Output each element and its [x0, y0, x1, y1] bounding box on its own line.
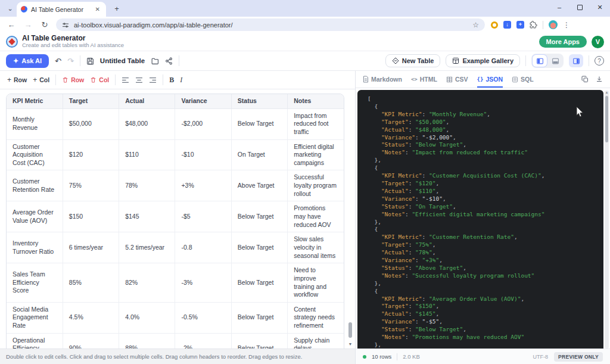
code-scrollbar[interactable]: ▲ — [605, 91, 609, 349]
table-cell[interactable]: Sales Team Efficiency Score — [7, 263, 63, 303]
column-header[interactable]: Variance — [175, 94, 231, 108]
scrollbar-up-arrow[interactable]: ▲ — [605, 91, 609, 94]
table-cell[interactable]: $48,000 — [119, 108, 175, 139]
toggle-side-panel-button[interactable] — [569, 54, 583, 67]
table-cell[interactable]: 4.5% — [63, 302, 119, 333]
help-button[interactable]: ? — [595, 56, 604, 66]
browser-menu-icon[interactable]: ⋮ — [563, 21, 570, 29]
window-minimize-button[interactable]: – — [549, 0, 569, 14]
table-cell[interactable]: Efficient digital marketing campaigns — [288, 139, 344, 170]
align-right-button[interactable] — [149, 77, 157, 83]
document-title[interactable]: Untitled Table — [100, 57, 145, 64]
tab-markdown[interactable]: Markdown — [363, 71, 402, 88]
table-scrollbar[interactable]: ▼ — [348, 94, 353, 346]
column-header[interactable]: Notes — [288, 94, 344, 108]
table-cell[interactable]: Monthly Revenue — [7, 108, 63, 139]
align-left-button[interactable] — [122, 77, 129, 83]
window-maximize-button[interactable] — [569, 0, 590, 14]
table-cell[interactable]: $145 — [119, 201, 175, 232]
table-cell[interactable]: Successful loyalty program rollout — [288, 170, 344, 201]
table-cell[interactable]: Below Target — [231, 302, 287, 333]
scrollbar-thumb[interactable] — [348, 322, 352, 338]
table-cell[interactable]: $50,000 — [63, 108, 119, 139]
json-code-view[interactable]: [ { "KPI Metric": "Monthly Revenue", "Ta… — [357, 90, 603, 349]
table-cell[interactable]: Below Target — [231, 232, 287, 263]
table-cell[interactable]: -3% — [175, 263, 231, 303]
download-icon[interactable] — [596, 76, 603, 83]
table-cell[interactable]: Need to improve training and workflow — [288, 263, 344, 303]
back-button[interactable]: ← — [6, 20, 17, 29]
table-cell[interactable]: Below Target — [231, 201, 287, 232]
extension-download-icon[interactable]: ↓ — [503, 21, 511, 29]
table-cell[interactable]: Inventory Turnover Ratio — [7, 232, 63, 263]
ask-ai-button[interactable]: ✦ Ask AI — [6, 54, 49, 68]
table-cell[interactable]: Operational Efficiency Score — [7, 333, 63, 349]
tab-csv[interactable]: CSV — [446, 71, 468, 88]
table-cell[interactable]: -$2,000 — [175, 108, 231, 139]
table-cell[interactable]: Content strategy needs refinement — [288, 302, 344, 333]
bookmark-star-icon[interactable]: ☆ — [472, 21, 479, 29]
table-cell[interactable]: On Target — [231, 139, 287, 170]
table-cell[interactable]: -2% — [175, 333, 231, 349]
tab-json[interactable]: {} JSON — [477, 71, 503, 88]
site-settings-icon[interactable] — [62, 21, 69, 29]
delete-row-button[interactable]: Row — [62, 76, 84, 83]
table-cell[interactable]: Average Order Value (AOV) — [7, 201, 63, 232]
bold-button[interactable]: B — [169, 76, 174, 85]
user-avatar[interactable]: V — [592, 36, 604, 48]
address-bar[interactable]: ai-toolbox.visual-paradigm.com/app/ai-ta… — [56, 18, 485, 31]
table-cell[interactable]: 6 times/year — [63, 232, 119, 263]
italic-button[interactable]: I — [180, 76, 182, 85]
split-vertical-button[interactable] — [533, 55, 547, 67]
browser-tab[interactable]: AI Table Generator ✕ — [17, 2, 106, 17]
add-col-button[interactable]: +Col — [33, 76, 49, 84]
table-cell[interactable]: 4.0% — [119, 302, 175, 333]
tab-close-icon[interactable]: ✕ — [94, 5, 102, 13]
new-table-button[interactable]: New Table — [385, 54, 441, 67]
table-cell[interactable]: Impact from reduced foot traffic — [288, 108, 344, 139]
table-cell[interactable]: Supply chain delays observed — [288, 333, 344, 349]
extensions-puzzle-icon[interactable] — [530, 21, 537, 29]
share-button[interactable] — [165, 57, 173, 65]
tab-sql[interactable]: SQL — [512, 71, 534, 88]
scrollbar-thumb[interactable] — [605, 96, 608, 142]
scrollbar-down-arrow[interactable]: ▼ — [348, 342, 353, 346]
example-gallery-button[interactable]: Example Gallery — [446, 54, 520, 67]
new-tab-button[interactable]: + — [111, 2, 123, 14]
table-cell[interactable]: 85% — [63, 263, 119, 303]
table-cell[interactable]: Above Target — [231, 170, 287, 201]
table-cell[interactable]: 88% — [119, 333, 175, 349]
column-header[interactable]: Status — [231, 94, 287, 108]
table-cell[interactable]: 75% — [63, 170, 119, 201]
tab-search-button[interactable]: ⌄ — [4, 2, 17, 15]
align-center-button[interactable] — [135, 77, 143, 83]
table-cell[interactable]: Slow sales velocity in seasonal items — [288, 232, 344, 263]
table-cell[interactable]: Below Target — [231, 333, 287, 349]
split-horizontal-button[interactable] — [548, 55, 562, 67]
table-cell[interactable]: -0.5% — [175, 302, 231, 333]
redo-button[interactable]: ↷ — [67, 57, 74, 66]
extension-plus-icon[interactable]: + — [516, 21, 524, 29]
browser-profile-avatar[interactable] — [549, 20, 558, 29]
column-header[interactable]: KPI Metric — [7, 94, 63, 108]
extension-circle-icon[interactable] — [491, 21, 498, 29]
tab-html[interactable]: <> HTML — [411, 71, 437, 88]
open-folder-button[interactable] — [151, 57, 159, 65]
table-cell[interactable]: Social Media Engagement Rate — [7, 302, 63, 333]
table-cell[interactable]: Below Target — [231, 108, 287, 139]
table-cell[interactable]: Customer Acquisition Cost (CAC) — [7, 139, 63, 170]
copy-icon[interactable] — [581, 76, 589, 83]
table-cell[interactable]: 82% — [119, 263, 175, 303]
forward-button[interactable]: → — [23, 20, 33, 29]
reload-button[interactable]: ↻ — [39, 20, 50, 29]
table-cell[interactable]: Below Target — [231, 263, 287, 303]
add-row-button[interactable]: +Row — [7, 76, 27, 84]
table-cell[interactable]: 78% — [119, 170, 175, 201]
table-cell[interactable]: 5.2 times/year — [119, 232, 175, 263]
table-cell[interactable]: -$10 — [175, 139, 231, 170]
table-cell[interactable]: $120 — [63, 139, 119, 170]
undo-button[interactable]: ↶ — [55, 57, 61, 66]
column-header[interactable]: Target — [63, 94, 119, 108]
table-cell[interactable]: $150 — [63, 201, 119, 232]
table-cell[interactable]: $110 — [119, 139, 175, 170]
